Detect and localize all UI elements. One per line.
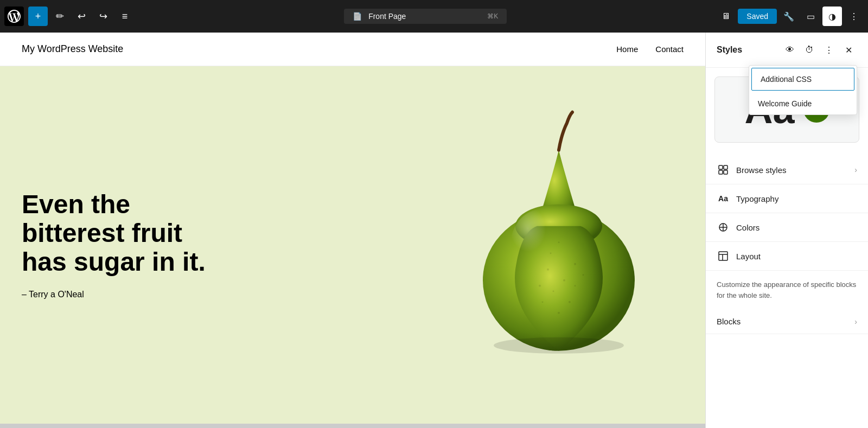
main-area: My WordPress Website Home Contact Even t… [0,33,868,428]
layout-row[interactable]: Layout [706,242,868,271]
svg-point-12 [539,284,541,286]
revisions-button[interactable]: ⏱ [801,41,818,59]
high-contrast-button[interactable]: ◑ [822,7,842,26]
dropdown-additional-css[interactable]: Additional CSS [751,68,854,91]
list-view-icon: ≡ [122,11,128,22]
svg-point-3 [547,268,549,270]
layout-icon [717,250,730,263]
toggle-sidebar-button[interactable]: ▭ [801,7,820,26]
svg-point-8 [569,301,571,303]
wordpress-logo-icon [8,10,21,23]
blocks-chevron: › [854,317,857,326]
undo-button[interactable]: ↩ [72,7,91,26]
svg-point-13 [558,241,560,243]
typography-row[interactable]: Aa Typography [706,184,868,213]
colors-icon [717,221,730,234]
nav-contact[interactable]: Contact [655,44,684,54]
layout-label: Layout [736,252,857,261]
page-title-label: Front Page [368,12,481,21]
svg-point-2 [510,209,570,285]
sidebar-content: Browse styles › Aa Typography Colors [706,151,868,428]
browse-styles-chevron: › [854,165,857,174]
toolbar-center: 📄 Front Page ⌘K [137,9,714,24]
sidebar-header: Styles 👁 ⏱ ⋮ ✕ [706,33,868,68]
close-styles-button[interactable]: ✕ [840,41,857,59]
sidebar-title: Styles [717,45,781,55]
redo-icon: ↪ [99,10,107,22]
style-book-button[interactable]: 👁 [781,41,799,59]
colors-label: Colors [736,223,857,232]
browse-styles-icon [717,163,730,176]
sidebar-icon: ▭ [807,11,815,22]
add-icon: + [35,11,41,22]
contrast-icon: ◑ [828,11,836,22]
sidebar-header-actions: 👁 ⏱ ⋮ ✕ [781,41,857,59]
site-header: My WordPress Website Home Contact [0,33,705,66]
wp-logo[interactable] [4,7,24,26]
svg-point-7 [542,301,544,303]
add-block-button[interactable]: + [28,7,48,26]
svg-point-10 [550,252,552,254]
colors-row[interactable]: Colors [706,213,868,242]
site-nav: Home Contact [616,44,684,54]
typography-label: Typography [736,194,857,203]
browse-styles-row[interactable]: Browse styles › [706,156,868,184]
toolbar-right-actions: 🖥 Saved 🔧 ▭ ◑ ⋮ [716,7,864,26]
pencil-icon: ✏ [56,10,64,22]
svg-rect-20 [719,252,727,260]
hero-attribution: – Terry a O'Neal [22,290,228,299]
browse-styles-label: Browse styles [736,165,854,175]
monitor-icon: 🖥 [722,11,730,21]
page-title-bar[interactable]: 📄 Front Page ⌘K [344,9,507,24]
svg-rect-17 [724,165,727,169]
svg-point-6 [574,263,576,265]
svg-point-14 [583,274,584,276]
styles-more-button[interactable]: ⋮ [820,41,838,59]
svg-rect-19 [724,170,727,174]
pear-image [467,106,651,356]
blocks-label: Blocks [717,317,854,326]
svg-point-15 [494,337,624,353]
saved-button[interactable]: Saved [738,9,777,24]
sidebar-description: Customize the appearance of specific blo… [706,271,868,309]
nav-home[interactable]: Home [616,44,638,54]
more-vertical-icon: ⋮ [825,45,833,55]
dropdown-welcome-guide[interactable]: Welcome Guide [749,93,857,114]
pear-illustration [467,106,651,358]
history-icon: ⏱ [805,45,814,55]
svg-point-5 [553,290,554,292]
more-options-button[interactable]: ⋮ [844,7,864,26]
keyboard-shortcut: ⌘K [487,12,498,20]
hero-section: Even the bitterest fruithas sugar in it.… [0,66,705,424]
svg-point-11 [575,285,576,286]
more-icon: ⋮ [850,11,858,22]
tools-button[interactable]: 🔧 [779,7,799,26]
wrench-icon: 🔧 [783,11,794,22]
hero-text-block: Even the bitterest fruithas sugar in it.… [22,190,228,299]
svg-point-4 [563,279,565,281]
close-icon: ✕ [845,45,852,55]
svg-rect-16 [719,165,723,169]
undo-icon: ↩ [78,10,86,22]
canvas-area: My WordPress Website Home Contact Even t… [0,33,705,428]
dropdown-menu: Additional CSS Welcome Guide [749,65,857,115]
document-overview-button[interactable]: ≡ [115,7,135,26]
toolbar: + ✏ ↩ ↪ ≡ 📄 Front Page ⌘K 🖥 Saved 🔧 [0,0,868,33]
site-title: My WordPress Website [22,43,123,55]
preview-button[interactable]: 🖥 [716,7,736,26]
svg-rect-18 [719,170,723,174]
hero-title: Even the bitterest fruithas sugar in it. [22,190,228,276]
styles-sidebar: Styles 👁 ⏱ ⋮ ✕ Additional CSS Welcome Gu… [705,33,868,428]
typography-icon: Aa [717,192,730,205]
edit-tool-button[interactable]: ✏ [50,7,69,26]
blocks-row[interactable]: Blocks › [706,309,868,334]
document-icon: 📄 [353,12,362,21]
eye-icon: 👁 [786,45,794,55]
svg-point-9 [558,311,560,314]
redo-button[interactable]: ↪ [93,7,113,26]
